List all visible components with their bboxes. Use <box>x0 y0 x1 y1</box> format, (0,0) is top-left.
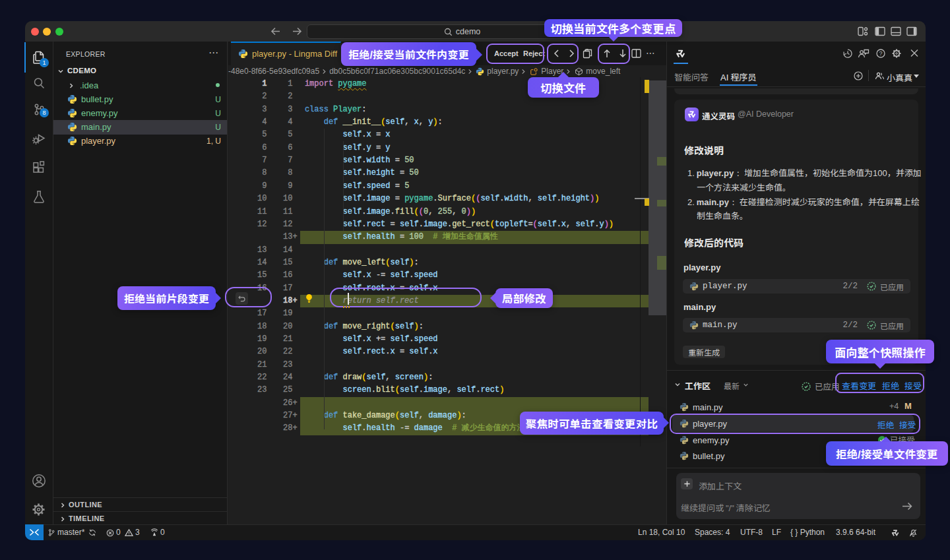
svg-text:?: ? <box>879 50 882 57</box>
